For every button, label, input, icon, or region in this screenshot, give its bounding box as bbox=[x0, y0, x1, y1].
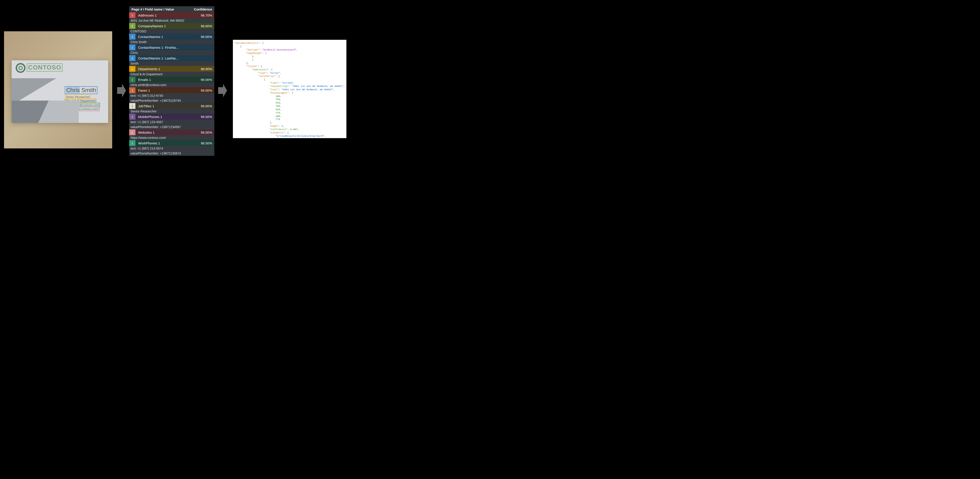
field-value: valuePhoneNumber: +19873126745 bbox=[129, 98, 214, 103]
field-value: 4001 1st Ave NE Redmond, WA 98052 bbox=[129, 18, 214, 23]
field-value: Cloud & AI Department bbox=[129, 72, 214, 77]
card-address-word: 1st bbox=[26, 118, 30, 121]
field-row[interactable]: 1WorkPhones 198.50% bbox=[129, 140, 214, 146]
field-name: ContactNames 1: FirstNa... bbox=[135, 46, 199, 49]
field-name: Departments 1 bbox=[135, 67, 199, 71]
card-job-title: Senior Researcher bbox=[65, 95, 90, 99]
field-row[interactable]: 1Departments 198.90% bbox=[129, 66, 214, 72]
page-chip: 1 bbox=[129, 77, 135, 83]
svg-marker-1 bbox=[218, 84, 227, 97]
business-card-photo: CONTOSO Chris Smith Senior Researcher Cl… bbox=[4, 31, 112, 148]
field-value: valuePhoneNumber: +19872135674 bbox=[129, 151, 214, 156]
field-confidence: 99.50% bbox=[199, 115, 214, 118]
field-confidence: 98.50% bbox=[199, 142, 214, 145]
field-row[interactable]: 1Emails 199.00% bbox=[129, 77, 214, 83]
page-chip: 1 bbox=[129, 114, 135, 119]
field-row[interactable]: 1MobilePhones 199.50% bbox=[129, 114, 214, 119]
field-value: text: +1 (987) 213-5674 bbox=[129, 146, 214, 151]
field-name: WorkPhones 1 bbox=[135, 142, 199, 145]
card-company: CONTOSO bbox=[27, 64, 62, 71]
card-address: 4001 1st Ave NE Redmond, WA 98052 bbox=[19, 118, 67, 121]
field-confidence: 99.00% bbox=[199, 131, 214, 134]
card-first-name: Chris bbox=[66, 87, 80, 94]
header-fieldname: Page # / Field name / Value bbox=[131, 8, 174, 11]
card-address-word: NE bbox=[37, 118, 40, 121]
field-row[interactable]: 1Faxes 199.00% bbox=[129, 88, 214, 93]
field-row[interactable]: 1CompanyNames 198.60% bbox=[129, 23, 214, 29]
field-value: chris.smith@contoso.com bbox=[129, 83, 214, 88]
field-value: text: +1 (987) 123-4567 bbox=[129, 119, 214, 124]
field-value: Chris Smith bbox=[129, 40, 214, 45]
page-chip: 1 bbox=[129, 23, 135, 29]
card-phone-fax: Fax +1 (987) 312-6745 bbox=[26, 114, 53, 117]
field-row[interactable]: 1JobTitles 199.00% bbox=[129, 103, 214, 109]
field-row[interactable]: 1ContactNames 1: FirstNa... bbox=[129, 45, 214, 50]
business-card: CONTOSO Chris Smith Senior Researcher Cl… bbox=[12, 60, 108, 123]
field-value: valuePhoneNumber: +19871234567 bbox=[129, 124, 214, 129]
card-address-word: 4001 bbox=[19, 118, 25, 121]
field-name: Faxes 1 bbox=[135, 89, 199, 92]
field-confidence: 98.60% bbox=[199, 24, 214, 28]
card-phone-cell: Cell +1 (987) 123-4567 bbox=[26, 107, 53, 110]
field-row[interactable]: 1Websites 199.00% bbox=[129, 129, 214, 135]
field-name: CompanyNames 1 bbox=[135, 24, 199, 28]
svg-marker-0 bbox=[117, 84, 126, 97]
arrow-right-icon bbox=[117, 84, 126, 97]
card-address-word: 98052 bbox=[60, 118, 67, 121]
field-name: ContactNames 1 bbox=[135, 35, 199, 38]
field-confidence: 99.00% bbox=[199, 104, 214, 108]
field-value: https://www.contoso.com/ bbox=[129, 135, 214, 140]
field-confidence: 99.00% bbox=[199, 78, 214, 81]
contoso-logo-icon bbox=[16, 63, 25, 73]
page-chip: 1 bbox=[129, 45, 135, 50]
field-confidence: 99.00% bbox=[199, 89, 214, 92]
field-name: Addresses 1 bbox=[135, 14, 199, 17]
page-chip: 1 bbox=[129, 55, 135, 61]
card-contact-name: Chris Smith bbox=[65, 87, 97, 94]
field-row[interactable]: 1ContactNames 1: LastNa... bbox=[129, 55, 214, 61]
field-confidence: 98.90% bbox=[199, 67, 214, 71]
page-chip: 1 bbox=[129, 66, 135, 72]
results-table: Page # / Field name / Value Confidence 1… bbox=[129, 6, 214, 156]
field-row[interactable]: 1Addresses 198.70% bbox=[129, 12, 214, 18]
header-confidence: Confidence bbox=[194, 8, 212, 11]
page-chip: 1 bbox=[129, 103, 135, 109]
field-value: Chris bbox=[129, 50, 214, 55]
page-chip: 1 bbox=[129, 12, 135, 18]
results-table-header: Page # / Field name / Value Confidence bbox=[129, 6, 214, 12]
card-url: https://www.contoso.com/ bbox=[65, 107, 99, 111]
card-address-word: Redmond, bbox=[41, 118, 53, 121]
field-value: CONTOSO bbox=[129, 29, 214, 34]
card-email: chris.smith@contoso.com bbox=[65, 103, 99, 107]
field-value: text: +1 (987) 312-6745 bbox=[129, 93, 214, 98]
field-name: Websites 1 bbox=[135, 131, 199, 134]
field-name: Emails 1 bbox=[135, 78, 199, 81]
field-row[interactable]: 1ContactNames 199.00% bbox=[129, 34, 214, 40]
page-chip: 1 bbox=[129, 140, 135, 146]
arrow-right-icon bbox=[218, 84, 227, 97]
field-name: ContactNames 1: LastNa... bbox=[135, 57, 199, 60]
field-name: MobilePhones 1 bbox=[135, 115, 199, 118]
field-value: Smith bbox=[129, 61, 214, 66]
field-confidence: 98.70% bbox=[199, 14, 214, 17]
field-value: Senior Researcher bbox=[129, 109, 214, 114]
card-address-word: WA bbox=[54, 118, 59, 121]
page-chip: 1 bbox=[129, 129, 135, 135]
field-confidence: 99.00% bbox=[199, 35, 214, 38]
card-department: Cloud & AI Department bbox=[65, 99, 96, 103]
card-address-word: Ave bbox=[31, 118, 35, 121]
card-last-name: Smith bbox=[81, 87, 96, 94]
card-phone-tel: Tel +1 (987) 213-5674 bbox=[26, 110, 52, 113]
page-chip: 1 bbox=[129, 88, 135, 93]
field-name: JobTitles 1 bbox=[135, 104, 199, 108]
json-output-panel: "documentResults": [ { "docType": "prebu… bbox=[233, 40, 347, 138]
page-chip: 1 bbox=[129, 34, 135, 40]
